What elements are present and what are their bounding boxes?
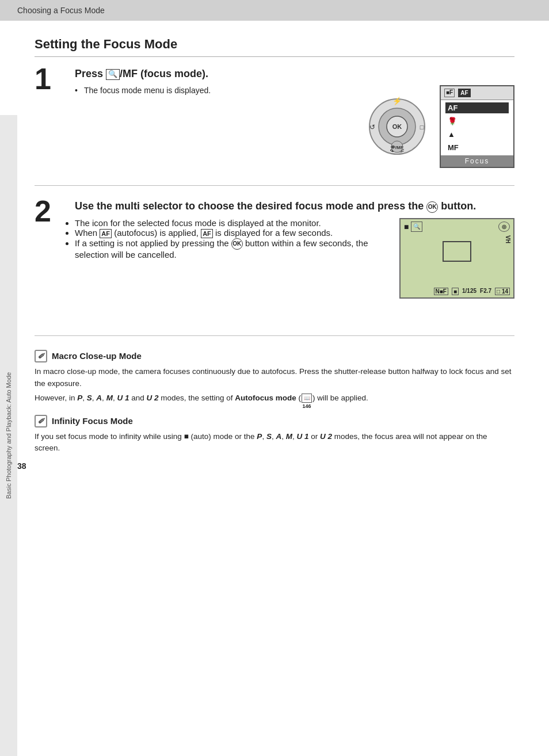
step-2-bullet-3: If a setting is not applied by pressing …: [75, 238, 388, 259]
infinity-note-heading: Infinity Focus Mode: [52, 416, 133, 426]
focus-menu-item-infinity: ▲: [445, 129, 509, 140]
step-2-number: 2: [35, 196, 63, 298]
step-1-images: OK ⚡ ↺ □ 👁/MF 👁/MF: [363, 85, 514, 168]
lcd-shutter: 1/125: [462, 288, 476, 295]
camera-dial-illustration: OK ⚡ ↺ □ 👁/MF 👁/MF: [363, 92, 432, 161]
step-2-text: The icon for the selected focus mode is …: [75, 218, 388, 259]
svg-text:□: □: [420, 124, 424, 131]
infinity-note-icon: ✐: [35, 415, 47, 427]
step-2-body: Use the multi selector to choose the des…: [75, 200, 514, 298]
page-number: 38: [17, 461, 26, 471]
focus-menu-item-af: AF: [445, 102, 509, 113]
step-1-heading: Press 🔍/MF (focus mode).: [75, 67, 514, 81]
step-2: 2 Use the multi selector to choose the d…: [35, 200, 514, 298]
step-1-number: 1: [35, 64, 63, 168]
lcd-top-bar: ■ 🔍 ◎: [401, 219, 513, 234]
lcd-screen: ■ 🔍 ◎ VH: [399, 218, 514, 299]
focus-menu-footer: Focus: [441, 155, 513, 167]
step-2-bullet-2: When AF (autofocus) is applied, AF is di…: [75, 228, 388, 238]
ok-button-icon-2: OK: [231, 238, 243, 250]
lcd-mode-box: 🔍: [411, 222, 422, 232]
lcd-iso-icon: □ 14: [495, 288, 510, 295]
macro-note-text: In macro close-up mode, the camera focus…: [35, 366, 514, 390]
infinity-note-title: ✐ Infinity Focus Mode: [35, 415, 514, 427]
lcd-focus-bracket: [443, 241, 471, 262]
af-icon-inline-2: AF: [201, 229, 213, 238]
svg-text:↺: ↺: [369, 123, 375, 131]
page-title: Setting the Focus Mode: [35, 37, 514, 57]
svg-text:⚡: ⚡: [392, 96, 402, 106]
svg-text:👁/MF: 👁/MF: [391, 145, 403, 150]
step-1-body: Press 🔍/MF (focus mode). The focus mode …: [75, 67, 514, 168]
macro-note-icon: ✐: [35, 350, 47, 362]
header-breadcrumb: Choosing a Focus Mode: [0, 0, 549, 21]
step-2-heading: Use the multi selector to choose the des…: [75, 200, 514, 213]
lcd-right-icons: ◎: [498, 222, 510, 232]
focus-menu-item-macro: 🌹: [445, 116, 509, 127]
step-divider: [35, 185, 514, 186]
focus-menu-header: ■F AF: [441, 86, 513, 100]
focus-menu-item-mf: MF: [445, 142, 509, 153]
step-2-lcd-image: ■ 🔍 ◎ VH: [399, 218, 514, 299]
lcd-vh-label: VH: [505, 235, 511, 243]
step-1-text: The focus mode menu is displayed.: [75, 85, 345, 100]
macro-note-title: ✐ Macro Close-up Mode: [35, 350, 514, 362]
lcd-top-icons: ■ 🔍: [404, 222, 422, 232]
notes-divider: [35, 335, 514, 336]
macro-note: ✐ Macro Close-up Mode In macro close-up …: [35, 350, 514, 404]
step-1: 1 Press 🔍/MF (focus mode). The focus mod…: [35, 67, 514, 168]
lcd-mode-icon: ■: [404, 222, 409, 231]
lcd-quality-icon: ■: [452, 288, 459, 295]
af-icon-inline: AF: [100, 229, 112, 238]
lcd-circle-icon: ◎: [498, 222, 510, 232]
svg-text:OK: OK: [392, 123, 402, 130]
macro-note-text2: However, in P, S, A, M, U 1 and U 2 mode…: [35, 392, 514, 404]
infinity-note-text: If you set focus mode to infinity while …: [35, 431, 514, 455]
focus-menu-box: ■F AF AF 🌹 ▲ MF Focus: [440, 85, 514, 168]
ok-button-icon: OK: [426, 201, 438, 213]
lcd-bottom-bar: N■F ■ 1/125 F2.7 □ 14: [401, 285, 513, 297]
step-2-bullet-1: The icon for the selected focus mode is …: [75, 218, 388, 228]
ref-icon-macro: 📖146: [302, 394, 312, 403]
focus-menu-items: AF 🌹 ▲ MF: [441, 100, 513, 155]
lcd-focus-bracket-container: [401, 234, 513, 269]
lcd-aperture: F2.7: [480, 288, 491, 295]
macro-note-heading: Macro Close-up Mode: [52, 351, 142, 361]
infinity-note: ✐ Infinity Focus Mode If you set focus m…: [35, 415, 514, 455]
step-1-bullet-1: The focus mode menu is displayed.: [75, 85, 345, 97]
notes-area: ✐ Macro Close-up Mode In macro close-up …: [35, 316, 514, 455]
lcd-nef-icon: N■F: [434, 288, 448, 295]
